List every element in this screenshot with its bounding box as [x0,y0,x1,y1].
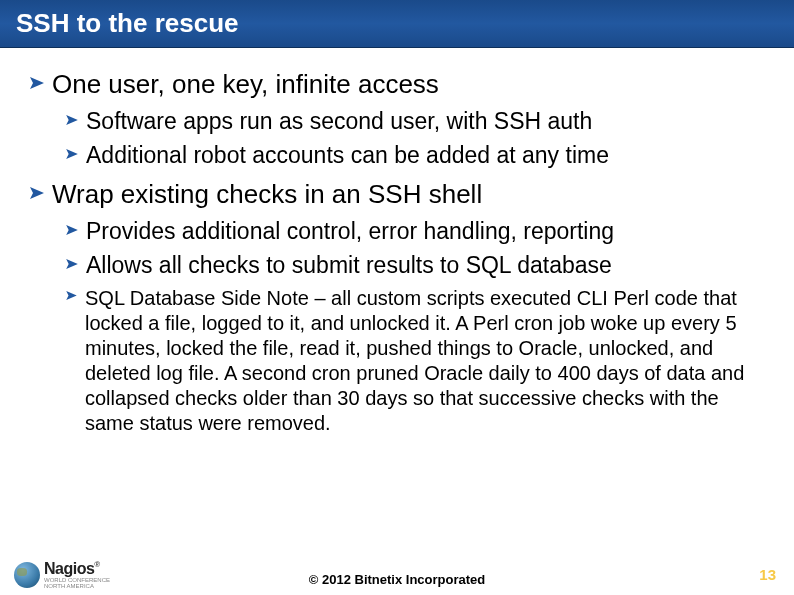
slide-content: One user, one key, infinite access Softw… [0,48,794,436]
svg-marker-1 [66,115,78,125]
bullet-text: Provides additional control, error handl… [86,217,614,246]
bullet-text: One user, one key, infinite access [52,68,439,101]
svg-marker-6 [66,291,77,300]
svg-marker-0 [30,77,44,89]
svg-marker-2 [66,149,78,159]
arrow-icon [30,187,44,199]
bullet-text: Allows all checks to submit results to S… [86,251,612,280]
arrow-icon [66,259,78,269]
bullet-text: SQL Database Side Note – all custom scri… [85,286,764,436]
title-bar: SSH to the rescue [0,0,794,48]
logo-text: Nagios® World Conference North America [44,561,110,589]
nagios-logo: Nagios® World Conference North America [14,561,110,589]
globe-icon [14,562,40,588]
slide-footer: Nagios® World Conference North America ©… [0,561,794,595]
logo-subtitle2: North America [44,583,110,589]
arrow-icon [66,115,78,125]
bullet-level1-note: SQL Database Side Note – all custom scri… [66,286,764,436]
slide-title: SSH to the rescue [16,8,239,39]
bullet-level2: Software apps run as second user, with S… [66,107,764,136]
svg-marker-5 [66,259,78,269]
arrow-icon [30,77,44,89]
svg-marker-4 [66,225,78,235]
bullet-level1: One user, one key, infinite access [30,68,764,101]
bullet-text: Wrap existing checks in an SSH shell [52,178,482,211]
svg-marker-3 [30,187,44,199]
bullet-text: Software apps run as second user, with S… [86,107,592,136]
arrow-icon [66,225,78,235]
bullet-level1: Wrap existing checks in an SSH shell [30,178,764,211]
bullet-level2: Provides additional control, error handl… [66,217,764,246]
bullet-text: Additional robot accounts can be added a… [86,141,609,170]
page-number: 13 [759,566,776,583]
copyright-text: © 2012 Bitnetix Incorporated [309,572,485,587]
bullet-level2: Additional robot accounts can be added a… [66,141,764,170]
arrow-icon [66,291,77,300]
bullet-level2: Allows all checks to submit results to S… [66,251,764,280]
registered-icon: ® [94,560,99,569]
arrow-icon [66,149,78,159]
logo-name: Nagios [44,560,94,577]
